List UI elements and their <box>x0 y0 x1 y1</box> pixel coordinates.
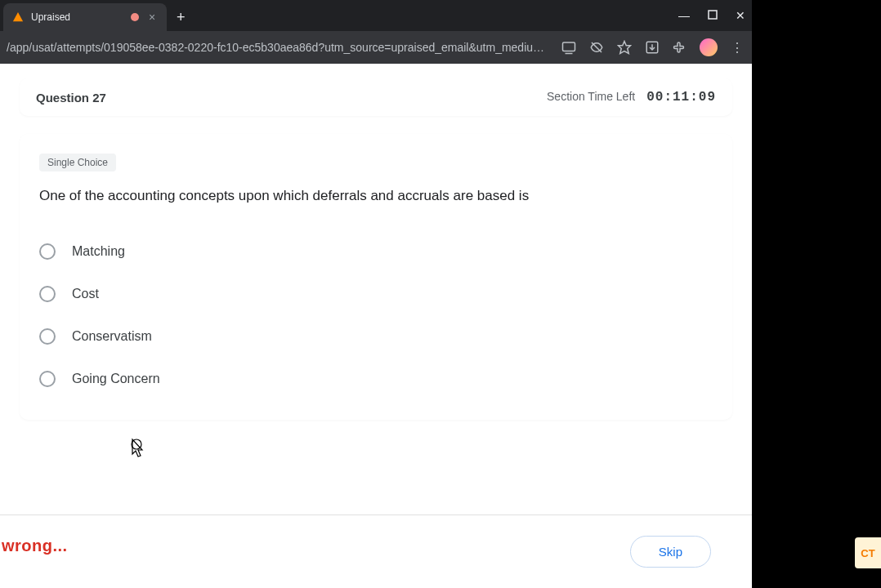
url-field[interactable]: /app/usat/attempts/019058ee-0382-0220-fc… <box>7 41 549 54</box>
tab-close-icon[interactable]: × <box>145 11 159 24</box>
question-card: Single Choice One of the accounting conc… <box>20 134 732 420</box>
timer: Section Time Left 00:11:09 <box>547 90 716 105</box>
svg-rect-0 <box>709 11 717 19</box>
svg-rect-1 <box>563 42 575 51</box>
eye-off-icon[interactable] <box>588 39 605 56</box>
ct-badge-text: CT <box>861 547 874 559</box>
question-text: One of the accounting concepts upon whic… <box>39 186 713 206</box>
question-header: Question 27 Section Time Left 00:11:09 <box>20 78 732 116</box>
browser-tab[interactable]: Upraised × <box>3 3 167 31</box>
maximize-icon[interactable] <box>708 9 718 22</box>
option-label: Matching <box>72 244 125 259</box>
option-cost[interactable]: Cost <box>39 273 713 315</box>
option-conservatism[interactable]: Conservatism <box>39 315 713 358</box>
close-window-icon[interactable]: ✕ <box>736 9 745 22</box>
install-icon[interactable] <box>644 39 660 56</box>
wrong-overlay-text: wrong... <box>2 537 68 555</box>
browser-window: Upraised × + — ✕ /app/usat/attempts/0190… <box>0 0 752 588</box>
cursor-icon <box>127 438 145 459</box>
skip-button[interactable]: Skip <box>630 536 711 568</box>
svg-point-7 <box>132 439 141 449</box>
svg-marker-4 <box>619 42 631 54</box>
option-going-concern[interactable]: Going Concern <box>39 358 713 400</box>
right-black-region: CT <box>752 0 881 588</box>
browser-titlebar: Upraised × + — ✕ <box>0 0 752 31</box>
extensions-icon[interactable] <box>672 39 688 56</box>
profile-avatar-icon[interactable] <box>700 38 718 56</box>
option-label: Going Concern <box>72 372 160 386</box>
tab-title: Upraised <box>31 11 124 23</box>
timer-label: Section Time Left <box>547 90 635 103</box>
new-tab-button[interactable]: + <box>167 3 195 31</box>
recording-indicator-icon <box>131 13 139 21</box>
radio-icon <box>39 328 56 345</box>
minimize-icon[interactable]: — <box>678 9 690 22</box>
option-label: Conservatism <box>72 329 152 344</box>
star-icon[interactable] <box>616 39 633 56</box>
question-type-badge: Single Choice <box>39 154 116 172</box>
page-content: Question 27 Section Time Left 00:11:09 S… <box>0 64 752 588</box>
radio-icon <box>39 371 56 387</box>
upraised-favicon <box>11 11 25 24</box>
option-label: Cost <box>72 287 99 301</box>
option-matching[interactable]: Matching <box>39 230 713 273</box>
footer-bar: Skip <box>0 514 752 588</box>
kebab-menu-icon[interactable]: ⋮ <box>729 39 745 56</box>
ct-badge: CT <box>855 537 881 568</box>
screencast-icon[interactable] <box>561 39 577 56</box>
radio-icon <box>39 286 56 302</box>
timer-value: 00:11:09 <box>646 90 716 105</box>
question-number: Question 27 <box>36 91 106 105</box>
address-bar: /app/usat/attempts/019058ee-0382-0220-fc… <box>0 31 752 64</box>
radio-icon <box>39 243 56 260</box>
window-controls: — ✕ <box>678 0 745 31</box>
